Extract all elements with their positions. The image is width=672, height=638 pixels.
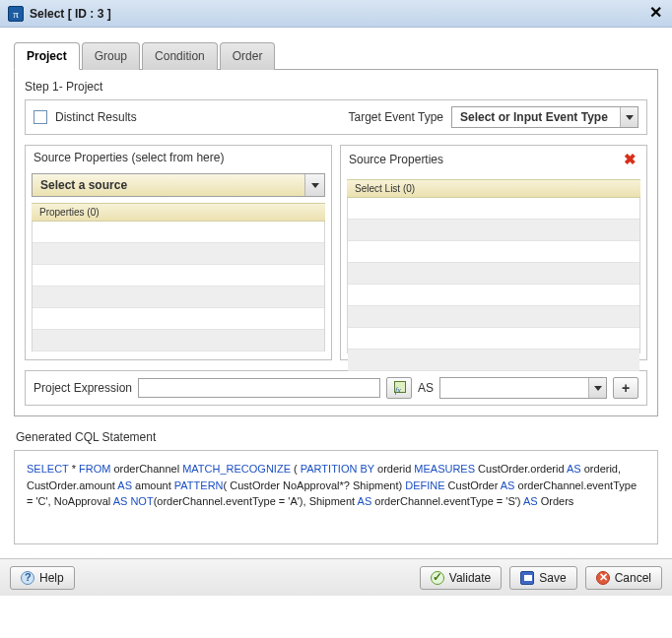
select-list-grid[interactable] [347,198,640,353]
help-icon [21,571,34,585]
step-label: Step 1- Project [25,80,647,94]
cancel-button[interactable]: Cancel [585,566,662,590]
table-row[interactable] [33,287,324,308]
cancel-icon [596,571,610,585]
table-row[interactable] [348,241,639,263]
table-row[interactable] [348,285,639,306]
target-event-type-value: Select or Input Event Type [452,110,620,124]
project-options-row: Distinct Results Target Event Type Selec… [25,99,647,135]
as-select[interactable] [439,377,607,399]
save-button[interactable]: Save [509,566,576,590]
target-event-type-select[interactable]: Select or Input Event Type [451,106,638,128]
tab-content-project: Step 1- Project Distinct Results Target … [14,69,658,416]
tabstrip: Project Group Condition Order [14,41,658,69]
tab-condition[interactable]: Condition [142,42,218,70]
properties-grid-header: Properties (0) [32,203,325,222]
check-icon [431,571,444,585]
table-row[interactable] [348,198,639,220]
distinct-checkbox[interactable] [34,110,47,124]
cancel-button-label: Cancel [615,571,651,585]
remove-icon[interactable]: ✖ [622,151,638,168]
chevron-down-icon [588,378,606,398]
project-expression-label: Project Expression [34,381,132,395]
distinct-label: Distinct Results [55,110,137,124]
chevron-down-icon [304,174,324,196]
table-row[interactable] [33,222,324,243]
table-row[interactable] [348,220,639,241]
generated-cql-text: SELECT * FROM orderChannel MATCH_RECOGNI… [14,450,658,544]
source-select[interactable]: Select a source [32,173,325,197]
dialog-button-bar: Help Validate Save Cancel [0,558,672,596]
save-button-label: Save [539,571,566,585]
expression-builder-button[interactable] [386,377,412,399]
select-list-title: Source Properties [349,153,443,166]
expression-builder-icon [392,381,406,395]
source-properties-panel: Source Properties (select from here) Sel… [25,145,332,360]
table-row[interactable] [348,328,639,350]
project-expression-input[interactable] [138,378,380,398]
source-properties-title: Source Properties (select from here) [26,146,331,169]
window-title: Select [ ID : 3 ] [30,7,111,21]
table-row[interactable] [348,350,639,371]
table-row[interactable] [33,243,324,265]
table-row[interactable] [33,330,324,351]
source-select-text: Select a source [33,178,304,192]
validate-button[interactable]: Validate [420,566,502,590]
validate-button-label: Validate [449,571,491,585]
properties-grid[interactable] [32,222,325,351]
tab-order[interactable]: Order [220,42,276,70]
table-row[interactable] [348,306,639,328]
select-list-grid-header: Select List (0) [347,179,640,198]
generated-cql-label: Generated CQL Statement [16,430,658,444]
help-button-label: Help [39,571,64,585]
tab-group[interactable]: Group [82,42,140,70]
tab-project[interactable]: Project [14,42,80,70]
select-list-panel: Source Properties ✖ Select List (0) [340,145,647,360]
close-icon[interactable]: ✕ [646,4,664,22]
save-icon [520,571,534,585]
project-expression-row: Project Expression AS + [25,370,647,406]
add-button[interactable]: + [613,377,638,399]
table-row[interactable] [348,263,639,285]
window-titlebar: π Select [ ID : 3 ] ✕ [0,0,672,28]
table-row[interactable] [33,265,324,287]
chevron-down-icon [620,107,638,127]
help-button[interactable]: Help [10,566,75,590]
pi-icon: π [8,6,24,22]
table-row[interactable] [33,308,324,330]
target-event-type-label: Target Event Type [348,110,443,124]
as-label: AS [418,381,434,395]
